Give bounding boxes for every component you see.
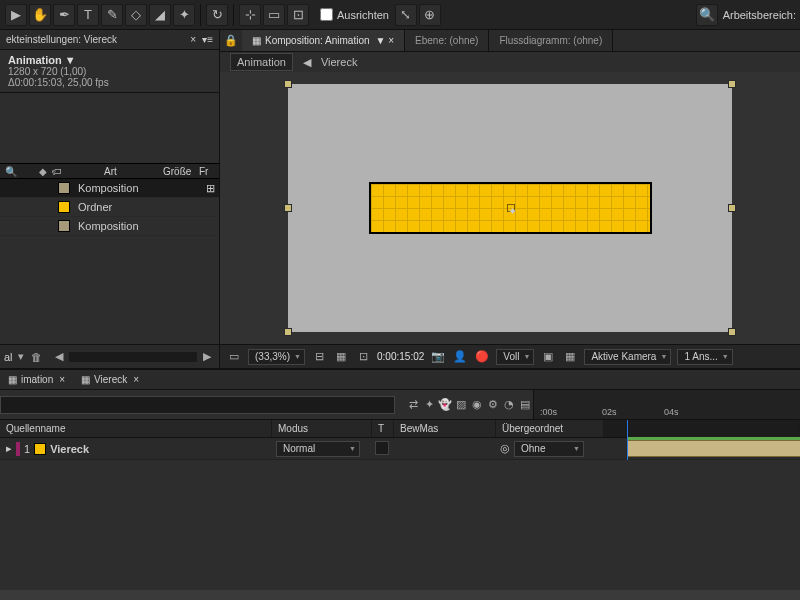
- layer-duration-bar[interactable]: [627, 440, 800, 457]
- zoom-dropdown[interactable]: (33,3%): [248, 349, 305, 365]
- canvas-handle-tl[interactable]: [284, 80, 292, 88]
- frame-blend-icon[interactable]: ▨: [453, 397, 469, 413]
- row-label-swatch: [58, 201, 70, 213]
- snap-icon[interactable]: ⤡: [395, 4, 417, 26]
- project-column-header: 🔍 ◆ 🏷 Art Größe Fr: [0, 163, 219, 179]
- snap-tool[interactable]: ⊡: [287, 4, 309, 26]
- draft3d-icon[interactable]: ✦: [421, 397, 437, 413]
- pickwhip-icon[interactable]: ◎: [500, 442, 510, 455]
- layer-toggle-icon[interactable]: ▸: [6, 442, 12, 455]
- canvas-handle-bl[interactable]: [284, 328, 292, 336]
- viewer-tab-comp[interactable]: ▦ Komposition: Animation▼ ×: [242, 30, 405, 51]
- scroll-left-icon[interactable]: ◀: [51, 349, 67, 365]
- autokeyframe-icon[interactable]: ◔: [501, 397, 517, 413]
- hand-tool[interactable]: ✋: [29, 4, 51, 26]
- comp-dimensions: 1280 x 720 (1,00): [8, 66, 211, 77]
- text-tool[interactable]: T: [77, 4, 99, 26]
- graph-editor-icon[interactable]: ▤: [517, 397, 533, 413]
- res-half-icon[interactable]: ⊟: [311, 349, 327, 365]
- project-footer: al ▾ 🗑 ◀ ▶: [0, 344, 219, 368]
- camera-dropdown[interactable]: Aktive Kamera: [584, 349, 671, 365]
- layer-label-color: [16, 442, 20, 456]
- search-small-icon[interactable]: 🔍: [4, 164, 18, 178]
- current-time[interactable]: 0:00:15:02: [377, 351, 424, 362]
- resolution-dropdown[interactable]: Voll: [496, 349, 534, 365]
- roi-icon[interactable]: ▣: [540, 349, 556, 365]
- breadcrumb-sep: ◀: [303, 56, 311, 69]
- composition-viewer: 🔒 ▦ Komposition: Animation▼ × Ebene: (oh…: [220, 30, 800, 368]
- label-col-icon: ◆: [36, 164, 50, 178]
- composition-canvas[interactable]: ✦: [288, 84, 732, 332]
- timeline-empty: [0, 460, 800, 590]
- grid-icon[interactable]: ▦: [562, 349, 578, 365]
- viewer-tab-layer[interactable]: Ebene: (ohne): [405, 30, 489, 51]
- project-row[interactable]: Komposition: [0, 217, 219, 236]
- main-toolbar: ▶ ✋ ✒ T ✎ ◇ ◢ ✦ ↻ ⊹ ▭ ⊡ Ausrichten ⤡ ⊕ 🔍…: [0, 0, 800, 30]
- layer-swatch: [34, 443, 46, 455]
- eraser-tool[interactable]: ◢: [149, 4, 171, 26]
- project-panel-tab[interactable]: ekteinstellungen: Viereck × ▾≡: [0, 30, 219, 50]
- timeline-columns: Quellenname Modus T BewMas Übergeordnet: [0, 420, 800, 438]
- comp-mini-icon: ▦: [8, 374, 17, 385]
- channels-icon[interactable]: 🔴: [474, 349, 490, 365]
- brush-tool[interactable]: ✒: [53, 4, 75, 26]
- bpc-dropdown[interactable]: ▾: [13, 349, 29, 365]
- layer-number: 1: [24, 443, 30, 455]
- mask-tool[interactable]: ▭: [263, 4, 285, 26]
- mode-dropdown[interactable]: Normal: [276, 441, 360, 457]
- search-ext-icon[interactable]: ⊕: [419, 4, 441, 26]
- mask-visibility-icon[interactable]: ⊡: [355, 349, 371, 365]
- comp-mini-flow-icon[interactable]: ⇄: [405, 397, 421, 413]
- rotate-tool[interactable]: ↻: [206, 4, 228, 26]
- motion-blur-icon[interactable]: ◉: [469, 397, 485, 413]
- comp-title[interactable]: Animation ▼: [8, 54, 211, 66]
- canvas-area[interactable]: ✦: [220, 72, 800, 344]
- scrollbar[interactable]: [69, 352, 197, 362]
- shape-tool[interactable]: ◇: [125, 4, 147, 26]
- canvas-handle-tr[interactable]: [728, 80, 736, 88]
- viewer-tab-flowchart[interactable]: Flussdiagramm: (ohne): [489, 30, 613, 51]
- canvas-handle-r[interactable]: [728, 204, 736, 212]
- trash-icon[interactable]: 🗑: [29, 349, 45, 365]
- timeline-tab[interactable]: ▦ imation×: [0, 370, 73, 389]
- project-panel: ekteinstellungen: Viereck × ▾≡ Animation…: [0, 30, 220, 368]
- views-dropdown[interactable]: 1 Ans...: [677, 349, 732, 365]
- track-matte-toggle[interactable]: [375, 441, 389, 455]
- snapshot-icon[interactable]: 📷: [430, 349, 446, 365]
- row-name: Komposition: [78, 220, 139, 232]
- shape-rectangle[interactable]: ✦: [369, 182, 652, 234]
- project-row[interactable]: Komposition ⊞: [0, 179, 219, 198]
- canvas-handle-l[interactable]: [284, 204, 292, 212]
- time-ruler[interactable]: :00s 02s 04s: [533, 390, 800, 419]
- breadcrumb-item[interactable]: Viereck: [321, 56, 357, 68]
- timeline-layer-row[interactable]: ▸ 1 Viereck Normal ◎ Ohne: [0, 438, 800, 460]
- composition-icon: ⊞: [206, 182, 215, 195]
- layer-name[interactable]: Viereck: [50, 443, 89, 455]
- selection-tool[interactable]: ▶: [5, 4, 27, 26]
- show-snapshot-icon[interactable]: 👤: [452, 349, 468, 365]
- pen-tool[interactable]: ✎: [101, 4, 123, 26]
- lock-icon[interactable]: 🔒: [220, 33, 242, 49]
- breadcrumb-active[interactable]: Animation: [230, 53, 293, 71]
- anchor-tool[interactable]: ⊹: [239, 4, 261, 26]
- puppet-tool[interactable]: ✦: [173, 4, 195, 26]
- hide-shy-icon[interactable]: 👻: [437, 397, 453, 413]
- transparency-grid-icon[interactable]: ▦: [333, 349, 349, 365]
- canvas-handle-br[interactable]: [728, 328, 736, 336]
- tag-col-icon: 🏷: [50, 164, 64, 178]
- always-preview-icon[interactable]: ▭: [226, 349, 242, 365]
- ruler-tick: 04s: [664, 407, 679, 417]
- search-icon[interactable]: 🔍: [696, 4, 718, 26]
- brainstorm-icon[interactable]: ⚙: [485, 397, 501, 413]
- comp-duration: Δ0:00:15:03, 25,00 fps: [8, 77, 211, 88]
- timeline-tab[interactable]: ▦ Viereck×: [73, 370, 147, 389]
- timeline-tabs: ▦ imation× ▦ Viereck×: [0, 368, 800, 390]
- timeline-search[interactable]: [0, 396, 395, 414]
- scroll-right-icon[interactable]: ▶: [199, 349, 215, 365]
- align-checkbox[interactable]: [320, 8, 333, 21]
- current-time-indicator[interactable]: [627, 420, 628, 460]
- parent-dropdown[interactable]: Ohne: [514, 441, 584, 457]
- project-row[interactable]: Ordner: [0, 198, 219, 217]
- anchor-point-icon[interactable]: ✦: [507, 204, 515, 212]
- work-area-bar[interactable]: [627, 437, 800, 440]
